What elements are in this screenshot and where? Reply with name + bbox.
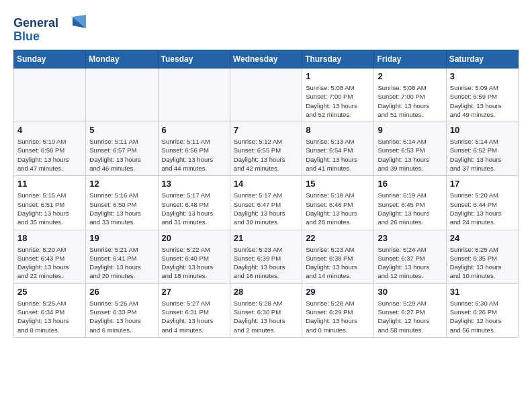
day-info: Sunrise: 5:29 AMSunset: 6:27 PMDaylight:… (378, 299, 442, 334)
day-info: Sunrise: 5:30 AMSunset: 6:26 PMDaylight:… (450, 299, 515, 334)
weekday-wednesday: Wednesday (230, 50, 302, 68)
weekday-monday: Monday (86, 50, 158, 68)
weekday-friday: Friday (374, 50, 446, 68)
day-info: Sunrise: 5:23 AMSunset: 6:39 PMDaylight:… (234, 245, 298, 281)
day-info: Sunrise: 5:24 AMSunset: 6:37 PMDaylight:… (378, 245, 442, 281)
day-info: Sunrise: 5:15 AMSunset: 6:51 PMDaylight:… (17, 191, 82, 226)
day-number: 3 (450, 71, 515, 81)
day-cell-28: 28Sunrise: 5:28 AMSunset: 6:30 PMDayligh… (230, 283, 302, 337)
day-info: Sunrise: 5:27 AMSunset: 6:31 PMDaylight:… (162, 299, 226, 334)
day-cell-5: 5Sunrise: 5:11 AMSunset: 6:57 PMDaylight… (86, 122, 158, 176)
day-number: 10 (450, 125, 515, 135)
day-cell-18: 18Sunrise: 5:20 AMSunset: 6:43 PMDayligh… (14, 230, 86, 283)
day-cell-8: 8Sunrise: 5:13 AMSunset: 6:54 PMDaylight… (302, 122, 374, 176)
day-number: 15 (306, 179, 370, 189)
day-cell-10: 10Sunrise: 5:14 AMSunset: 6:52 PMDayligh… (446, 122, 518, 176)
logo-svg: GeneralBlue (13, 13, 87, 43)
day-info: Sunrise: 5:14 AMSunset: 6:53 PMDaylight:… (378, 137, 442, 173)
day-number: 1 (306, 71, 370, 81)
day-info: Sunrise: 5:17 AMSunset: 6:47 PMDaylight:… (234, 191, 298, 226)
day-info: Sunrise: 5:25 AMSunset: 6:35 PMDaylight:… (450, 245, 515, 281)
day-cell-30: 30Sunrise: 5:29 AMSunset: 6:27 PMDayligh… (374, 283, 446, 337)
day-cell-24: 24Sunrise: 5:25 AMSunset: 6:35 PMDayligh… (446, 230, 518, 283)
day-info: Sunrise: 5:19 AMSunset: 6:45 PMDaylight:… (378, 191, 442, 226)
day-number: 27 (162, 287, 226, 297)
day-info: Sunrise: 5:23 AMSunset: 6:38 PMDaylight:… (306, 245, 370, 281)
day-number: 26 (89, 287, 154, 297)
day-info: Sunrise: 5:28 AMSunset: 6:29 PMDaylight:… (306, 299, 370, 334)
weekday-header-row: SundayMondayTuesdayWednesdayThursdayFrid… (14, 50, 519, 68)
day-cell-26: 26Sunrise: 5:26 AMSunset: 6:33 PMDayligh… (86, 283, 158, 337)
day-info: Sunrise: 5:28 AMSunset: 6:30 PMDaylight:… (234, 299, 298, 334)
day-cell-22: 22Sunrise: 5:23 AMSunset: 6:38 PMDayligh… (302, 230, 374, 283)
day-cell-15: 15Sunrise: 5:18 AMSunset: 6:46 PMDayligh… (302, 176, 374, 230)
weekday-saturday: Saturday (446, 50, 518, 68)
day-number: 21 (234, 233, 298, 243)
day-info: Sunrise: 5:11 AMSunset: 6:56 PMDaylight:… (162, 137, 226, 173)
day-info: Sunrise: 5:13 AMSunset: 6:54 PMDaylight:… (306, 137, 370, 173)
day-cell-19: 19Sunrise: 5:21 AMSunset: 6:41 PMDayligh… (86, 230, 158, 283)
day-number: 8 (306, 125, 370, 135)
day-info: Sunrise: 5:18 AMSunset: 6:46 PMDaylight:… (306, 191, 370, 226)
day-number: 23 (378, 233, 442, 243)
day-cell-23: 23Sunrise: 5:24 AMSunset: 6:37 PMDayligh… (374, 230, 446, 283)
day-number: 17 (450, 179, 515, 189)
day-cell-1: 1Sunrise: 5:08 AMSunset: 7:00 PMDaylight… (302, 68, 374, 122)
day-cell-21: 21Sunrise: 5:23 AMSunset: 6:39 PMDayligh… (230, 230, 302, 283)
week-row-2: 4Sunrise: 5:10 AMSunset: 6:58 PMDaylight… (14, 122, 519, 176)
weekday-tuesday: Tuesday (158, 50, 230, 68)
day-cell-20: 20Sunrise: 5:22 AMSunset: 6:40 PMDayligh… (158, 230, 230, 283)
header: GeneralBlue (13, 13, 519, 43)
day-cell-27: 27Sunrise: 5:27 AMSunset: 6:31 PMDayligh… (158, 283, 230, 337)
day-number: 16 (378, 179, 442, 189)
day-info: Sunrise: 5:08 AMSunset: 7:00 PMDaylight:… (306, 83, 370, 119)
day-number: 19 (89, 233, 154, 243)
week-row-5: 25Sunrise: 5:25 AMSunset: 6:34 PMDayligh… (14, 283, 519, 337)
day-number: 14 (234, 179, 298, 189)
day-number: 25 (17, 287, 82, 297)
day-cell-13: 13Sunrise: 5:17 AMSunset: 6:48 PMDayligh… (158, 176, 230, 230)
day-cell-7: 7Sunrise: 5:12 AMSunset: 6:55 PMDaylight… (230, 122, 302, 176)
day-info: Sunrise: 5:22 AMSunset: 6:40 PMDaylight:… (162, 245, 226, 281)
day-number: 18 (17, 233, 82, 243)
day-number: 6 (162, 125, 226, 135)
day-info: Sunrise: 5:09 AMSunset: 6:59 PMDaylight:… (450, 83, 515, 119)
day-info: Sunrise: 5:20 AMSunset: 6:44 PMDaylight:… (450, 191, 515, 226)
day-cell-25: 25Sunrise: 5:25 AMSunset: 6:34 PMDayligh… (14, 283, 86, 337)
day-info: Sunrise: 5:20 AMSunset: 6:43 PMDaylight:… (17, 245, 82, 281)
day-number: 22 (306, 233, 370, 243)
day-cell-4: 4Sunrise: 5:10 AMSunset: 6:58 PMDaylight… (14, 122, 86, 176)
logo: GeneralBlue (13, 13, 87, 43)
day-info: Sunrise: 5:14 AMSunset: 6:52 PMDaylight:… (450, 137, 515, 173)
day-cell-14: 14Sunrise: 5:17 AMSunset: 6:47 PMDayligh… (230, 176, 302, 230)
day-number: 12 (89, 179, 154, 189)
day-info: Sunrise: 5:10 AMSunset: 6:58 PMDaylight:… (17, 137, 82, 173)
day-info: Sunrise: 5:12 AMSunset: 6:55 PMDaylight:… (234, 137, 298, 173)
day-info: Sunrise: 5:26 AMSunset: 6:33 PMDaylight:… (89, 299, 154, 334)
day-cell-empty (86, 68, 158, 122)
day-cell-6: 6Sunrise: 5:11 AMSunset: 6:56 PMDaylight… (158, 122, 230, 176)
day-number: 13 (162, 179, 226, 189)
day-number: 31 (450, 287, 515, 297)
day-cell-17: 17Sunrise: 5:20 AMSunset: 6:44 PMDayligh… (446, 176, 518, 230)
day-number: 28 (234, 287, 298, 297)
day-number: 11 (17, 179, 82, 189)
day-info: Sunrise: 5:17 AMSunset: 6:48 PMDaylight:… (162, 191, 226, 226)
day-cell-31: 31Sunrise: 5:30 AMSunset: 6:26 PMDayligh… (446, 283, 518, 337)
svg-text:Blue: Blue (13, 30, 40, 43)
day-number: 2 (378, 71, 442, 81)
day-number: 4 (17, 125, 82, 135)
day-cell-empty (158, 68, 230, 122)
day-cell-29: 29Sunrise: 5:28 AMSunset: 6:29 PMDayligh… (302, 283, 374, 337)
week-row-4: 18Sunrise: 5:20 AMSunset: 6:43 PMDayligh… (14, 230, 519, 283)
day-cell-empty (230, 68, 302, 122)
weekday-sunday: Sunday (14, 50, 86, 68)
day-cell-16: 16Sunrise: 5:19 AMSunset: 6:45 PMDayligh… (374, 176, 446, 230)
day-cell-9: 9Sunrise: 5:14 AMSunset: 6:53 PMDaylight… (374, 122, 446, 176)
week-row-1: 1Sunrise: 5:08 AMSunset: 7:00 PMDaylight… (14, 68, 519, 122)
day-info: Sunrise: 5:08 AMSunset: 7:00 PMDaylight:… (378, 83, 442, 119)
svg-text:General: General (13, 16, 58, 30)
day-info: Sunrise: 5:11 AMSunset: 6:57 PMDaylight:… (89, 137, 154, 173)
day-number: 7 (234, 125, 298, 135)
day-cell-3: 3Sunrise: 5:09 AMSunset: 6:59 PMDaylight… (446, 68, 518, 122)
